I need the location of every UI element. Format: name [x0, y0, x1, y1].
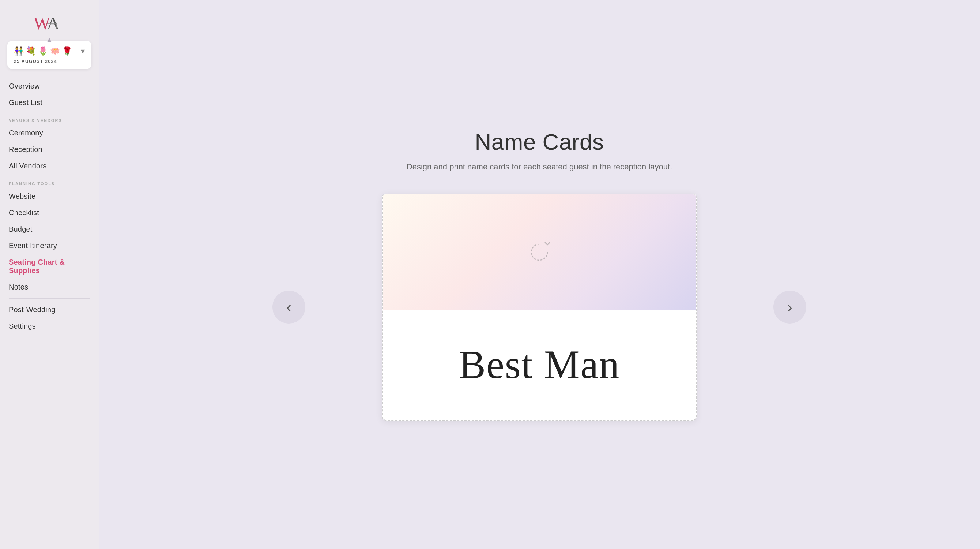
sidebar: W A ▲ 👫 💐 🌷 🪷 🌹 ▾ 25 AUGUST 2024 Overvie…: [0, 0, 99, 549]
rotate-icon[interactable]: [527, 239, 552, 266]
page-subtitle: Design and print name cards for each sea…: [407, 162, 672, 172]
wedding-date: 25 AUGUST 2024: [14, 59, 85, 64]
page-title: Name Cards: [475, 129, 604, 155]
emoji-rose: 🌹: [62, 46, 72, 56]
emoji-bouquet: 💐: [26, 46, 36, 56]
main-content: Name Cards Design and print name cards f…: [99, 0, 980, 549]
name-card: Best Man: [382, 194, 697, 421]
card-top-arrow: ▲: [46, 35, 53, 44]
sidebar-item-all-vendors[interactable]: All Vendors: [9, 158, 90, 174]
sidebar-item-budget[interactable]: Budget: [9, 221, 90, 238]
sidebar-item-settings[interactable]: Settings: [9, 318, 90, 335]
sidebar-item-notes[interactable]: Notes: [9, 279, 90, 295]
wedding-card[interactable]: ▲ 👫 💐 🌷 🪷 🌹 ▾ 25 AUGUST 2024: [7, 41, 91, 69]
sidebar-item-seating-chart[interactable]: Seating Chart & Supplies: [9, 254, 90, 279]
venues-vendors-label: VENUES & VENDORS: [9, 111, 90, 125]
card-bottom: Best Man: [383, 310, 696, 420]
logo-area: W A: [0, 0, 99, 41]
chevron-right-icon: ›: [787, 300, 792, 314]
prev-button[interactable]: ‹: [272, 290, 305, 324]
sidebar-item-reception[interactable]: Reception: [9, 141, 90, 158]
emoji-lotus: 🪷: [50, 46, 60, 56]
sidebar-item-checklist[interactable]: Checklist: [9, 204, 90, 221]
sidebar-item-ceremony[interactable]: Ceremony: [9, 125, 90, 141]
emoji-tulip: 🌷: [38, 46, 48, 56]
sidebar-item-website[interactable]: Website: [9, 188, 90, 204]
dropdown-arrow-icon[interactable]: ▾: [81, 46, 85, 56]
card-container: ‹ Best Man ›: [375, 194, 704, 421]
sidebar-item-event-itinerary[interactable]: Event Itinerary: [9, 238, 90, 254]
card-name-text: Best Man: [459, 342, 620, 388]
nav-divider: [9, 298, 90, 298]
next-button[interactable]: ›: [773, 290, 806, 324]
chevron-left-icon: ‹: [286, 300, 291, 314]
sidebar-item-overview[interactable]: Overview: [9, 78, 90, 94]
sidebar-item-guest-list[interactable]: Guest List: [9, 94, 90, 111]
card-top-decoration: [383, 194, 696, 310]
emoji-couple: 👫: [14, 46, 24, 56]
nav-main: Overview Guest List VENUES & VENDORS Cer…: [0, 78, 99, 335]
planning-tools-label: PLANNING TOOLS: [9, 174, 90, 188]
sidebar-item-post-wedding[interactable]: Post-Wedding: [9, 302, 90, 318]
wedding-emojis: 👫 💐 🌷 🪷 🌹 ▾: [14, 46, 85, 56]
app-logo: W A: [33, 13, 66, 33]
